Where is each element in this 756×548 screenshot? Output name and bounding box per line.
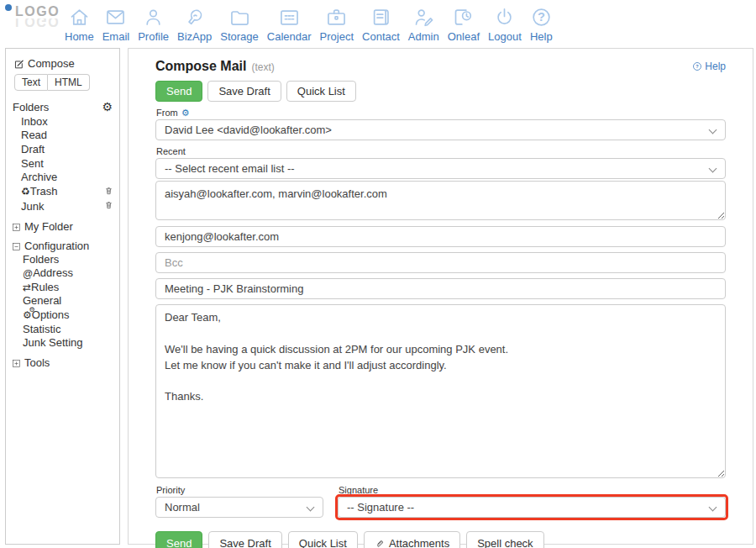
nav-item-calendar[interactable]: Calendar xyxy=(263,6,316,43)
cc-field[interactable] xyxy=(155,226,726,247)
nav-item-contact[interactable]: Contact xyxy=(358,6,404,43)
recent-select-wrap: -- Select recent email list -- xyxy=(155,158,726,179)
quick-list-button[interactable]: Quick List xyxy=(286,81,356,102)
nav-item-email[interactable]: Email xyxy=(98,6,134,43)
folder-item-sent[interactable]: Sent xyxy=(21,158,114,171)
folders-header-label: Folders xyxy=(13,101,49,113)
to-field[interactable]: aisyah@lookafter.com, marvin@lookafter.c… xyxy=(155,181,726,220)
signature-select[interactable]: -- Signature -- xyxy=(338,497,726,518)
save-draft-button[interactable]: Save Draft xyxy=(207,81,281,102)
folders-settings-gear-icon[interactable]: ⚙ xyxy=(102,101,113,113)
nav-item-storage[interactable]: Storage xyxy=(216,6,263,43)
config-item-folders[interactable]: Folders xyxy=(23,254,114,266)
tree-item-tools[interactable]: Tools xyxy=(12,356,114,369)
config-label: Statistic xyxy=(23,324,114,336)
nav-item-home[interactable]: Home xyxy=(60,6,98,43)
nav-item-logout[interactable]: Logout xyxy=(484,6,526,43)
folder-item-draft[interactable]: Draft xyxy=(21,144,114,156)
nav-item-bizapp[interactable]: BizApp xyxy=(173,6,216,43)
sidebar: Compose Text HTML Folders ⚙ Inbox Read D… xyxy=(5,48,120,545)
top-toolbar: Send Save Draft Quick List xyxy=(155,81,726,102)
tree-label: Tools xyxy=(24,356,50,369)
nav-label: Email xyxy=(102,30,130,43)
swap-arrows-icon: ⇄ xyxy=(23,282,31,292)
folder-list: Inbox Read Draft Sent Archive xyxy=(21,116,114,213)
project-icon xyxy=(325,6,348,29)
nav-item-project[interactable]: Project xyxy=(316,6,358,43)
recent-select[interactable]: -- Select recent email list -- xyxy=(155,158,726,179)
tree-label: Configuration xyxy=(24,240,89,252)
logo-text: LOGO xyxy=(15,5,60,18)
folder-item-trash[interactable]: ♻ Trash xyxy=(21,186,114,199)
sidebar-compose[interactable]: Compose xyxy=(13,58,114,71)
help-link[interactable]: ? Help xyxy=(692,61,726,72)
contact-icon xyxy=(370,6,392,29)
config-item-address[interactable]: @ Address xyxy=(23,267,114,280)
home-icon xyxy=(68,6,91,29)
recycle-icon: ♻ xyxy=(21,187,30,197)
expand-plus-icon[interactable] xyxy=(12,358,21,367)
page-title-text: Compose Mail xyxy=(155,59,246,73)
empty-trash-icon[interactable] xyxy=(104,186,114,199)
email-icon xyxy=(104,6,127,29)
bizapp-icon xyxy=(183,6,206,29)
folder-item-read[interactable]: Read xyxy=(21,129,114,142)
body-field[interactable]: Dear Team, We'll be having a quick discu… xyxy=(155,304,726,478)
bottom-toolbar: Send Save Draft Quick List Attachments S… xyxy=(155,531,726,548)
help-link-label: Help xyxy=(705,61,726,72)
empty-junk-icon[interactable] xyxy=(104,200,114,213)
app-logo: LOGO LOGO xyxy=(15,5,60,28)
help-icon: ? xyxy=(530,6,553,29)
config-item-options[interactable]: ⚙⚙ Options xyxy=(23,309,114,322)
quick-list-button-bottom[interactable]: Quick List xyxy=(288,531,358,548)
folder-item-junk[interactable]: Junk xyxy=(21,200,114,213)
mode-text-button[interactable]: Text xyxy=(14,74,48,91)
nav-item-admin[interactable]: Admin xyxy=(404,6,444,43)
mode-html-button[interactable]: HTML xyxy=(48,74,90,91)
save-draft-button-bottom[interactable]: Save Draft xyxy=(208,531,281,548)
attachments-button[interactable]: Attachments xyxy=(364,531,460,548)
send-button[interactable]: Send xyxy=(155,81,202,102)
spell-check-button[interactable]: Spell check xyxy=(466,531,543,548)
nav-menu: Home Email Profile BizApp Storage Calend… xyxy=(60,6,557,43)
config-item-general[interactable]: General xyxy=(23,295,114,308)
gears-icon: ⚙⚙ xyxy=(23,309,32,322)
compose-label: Compose xyxy=(28,58,75,71)
folder-label: Sent xyxy=(21,158,114,171)
tree-item-my-folder[interactable]: My Folder xyxy=(12,220,114,233)
config-label: Address xyxy=(33,267,114,280)
paperclip-icon xyxy=(375,539,385,548)
tree-item-configuration[interactable]: Configuration xyxy=(12,240,114,252)
config-label: Options xyxy=(32,309,114,322)
folder-label: Trash xyxy=(30,186,104,198)
status-dot xyxy=(5,4,12,11)
config-label: General xyxy=(23,295,114,308)
expand-plus-icon[interactable] xyxy=(12,222,21,231)
collapse-minus-icon[interactable] xyxy=(12,241,21,250)
admin-icon xyxy=(412,6,435,29)
config-label: Junk Setting xyxy=(23,337,114,350)
from-select[interactable]: David Lee <david@lookafter.com> xyxy=(155,119,726,140)
svg-text:?: ? xyxy=(696,64,700,69)
folder-item-inbox[interactable]: Inbox xyxy=(21,116,114,129)
config-item-rules[interactable]: ⇄ Rules xyxy=(23,282,114,294)
compose-mode-group: Text HTML xyxy=(14,74,90,91)
subject-field[interactable] xyxy=(155,278,726,299)
from-settings-gear-icon[interactable]: ⚙ xyxy=(181,108,190,118)
nav-item-profile[interactable]: Profile xyxy=(134,6,173,43)
nav-item-onleaf[interactable]: Onleaf xyxy=(444,6,484,43)
config-item-statistic[interactable]: Statistic xyxy=(23,324,114,336)
bcc-field[interactable] xyxy=(155,252,726,273)
priority-select[interactable]: Normal xyxy=(155,497,323,518)
signature-label-row: Signature xyxy=(339,485,726,495)
nav-label: Admin xyxy=(408,30,439,43)
nav-label: Profile xyxy=(138,30,169,43)
folder-item-archive[interactable]: Archive xyxy=(21,171,114,184)
at-sign-icon: @ xyxy=(23,269,33,279)
nav-item-help[interactable]: ? Help xyxy=(526,6,557,43)
nav-label: BizApp xyxy=(177,30,212,43)
nav-label: Storage xyxy=(220,30,259,43)
send-button-bottom[interactable]: Send xyxy=(155,531,202,548)
recent-label-row: Recent xyxy=(156,146,726,156)
config-item-junk-setting[interactable]: Junk Setting xyxy=(23,337,114,350)
